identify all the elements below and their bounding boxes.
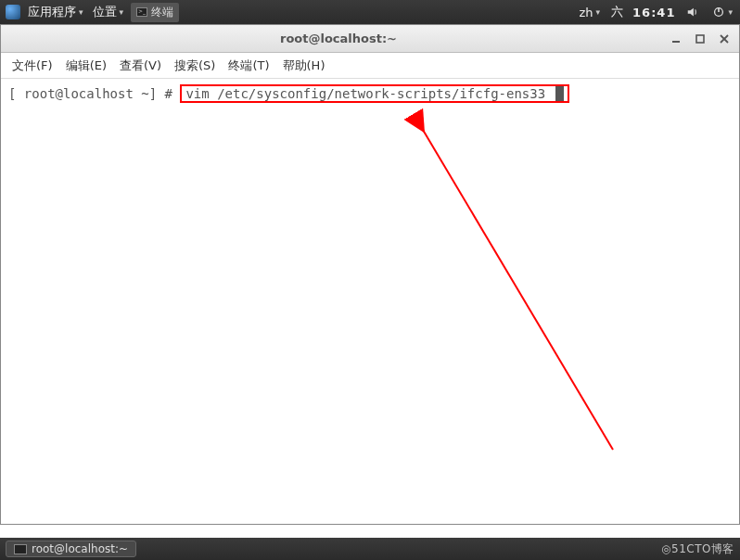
desktop-top-panel: 应用程序 ▾ 位置 ▾ 终端 zh ▾ 六 16:41 ▾	[0, 0, 740, 24]
places-menu[interactable]: 位置 ▾	[91, 4, 126, 20]
annotation-arrow-icon	[149, 97, 650, 487]
running-app-terminal[interactable]: 终端	[131, 3, 179, 22]
volume-indicator[interactable]	[684, 6, 701, 19]
window-title-bar[interactable]: root@localhost:~	[1, 25, 739, 53]
svg-rect-3	[696, 35, 704, 43]
terminal-content-area[interactable]: [ root@localhost ~] # vim /etc/sysconfig…	[1, 79, 739, 524]
shell-prompt: [ root@localhost ~] #	[8, 86, 180, 101]
places-label: 位置	[93, 4, 117, 20]
terminal-icon	[136, 7, 147, 17]
window-title: root@localhost:~	[8, 32, 669, 45]
gnome-foot-icon	[6, 5, 20, 19]
menu-help[interactable]: 帮助(H)	[283, 57, 325, 74]
command-highlight-box: vim /etc/sysconfig/network-scripts/ifcfg…	[180, 84, 568, 103]
menu-view[interactable]: 查看(V)	[120, 57, 161, 74]
desktop-bottom-panel: root@localhost:~ ◎51CTO博客	[0, 538, 740, 560]
watermark-text: ◎51CTO博客	[661, 541, 734, 557]
input-method-indicator[interactable]: zh ▾	[577, 6, 602, 19]
close-icon	[719, 33, 730, 45]
applications-label: 应用程序	[28, 4, 76, 20]
power-icon	[712, 6, 725, 19]
chevron-down-icon: ▾	[79, 7, 83, 17]
menu-terminal[interactable]: 终端(T)	[228, 57, 269, 74]
menu-edit[interactable]: 编辑(E)	[66, 57, 107, 74]
input-method-label: zh	[579, 6, 593, 19]
running-app-label: 终端	[151, 5, 173, 20]
menu-file[interactable]: 文件(F)	[12, 57, 53, 74]
window-maximize-button[interactable]	[693, 32, 708, 46]
cursor-icon	[555, 86, 564, 101]
menu-search[interactable]: 搜索(S)	[174, 57, 215, 74]
window-close-button[interactable]	[717, 32, 732, 46]
weekday-label: 六	[611, 4, 623, 20]
clock-label: 16:41	[632, 6, 675, 19]
shell-command: vim /etc/sysconfig/network-scripts/ifcfg…	[185, 86, 545, 101]
terminal-window: root@localhost:~ 文件(F) 编辑(E) 查看(V) 搜索(S)…	[0, 24, 740, 525]
power-indicator[interactable]: ▾	[710, 6, 734, 19]
terminal-line[interactable]: [ root@localhost ~] # vim /etc/sysconfig…	[8, 84, 732, 103]
svg-line-6	[423, 130, 613, 450]
maximize-icon	[695, 33, 706, 45]
window-minimize-button[interactable]	[669, 32, 683, 46]
chevron-down-icon: ▾	[120, 7, 124, 17]
volume-icon	[686, 6, 699, 19]
minimize-icon	[670, 33, 682, 45]
taskbar-entry-label: root@localhost:~	[32, 542, 128, 555]
terminal-menu-bar: 文件(F) 编辑(E) 查看(V) 搜索(S) 终端(T) 帮助(H)	[1, 53, 739, 79]
chevron-down-icon: ▾	[728, 7, 733, 17]
terminal-icon	[14, 544, 27, 554]
chevron-down-icon: ▾	[596, 7, 601, 17]
taskbar-entry-terminal[interactable]: root@localhost:~	[6, 541, 136, 557]
applications-menu[interactable]: 应用程序 ▾	[26, 4, 85, 20]
